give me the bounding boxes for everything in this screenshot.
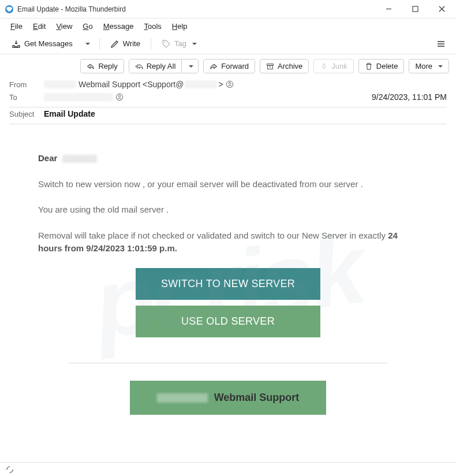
use-old-server-button[interactable]: USE OLD SERVER: [136, 306, 320, 337]
from-label: From: [9, 80, 44, 89]
thunderbird-icon: [5, 5, 14, 14]
close-button[interactable]: [428, 0, 455, 18]
body-divider: [69, 363, 388, 363]
menu-view[interactable]: View: [51, 21, 77, 32]
menu-edit[interactable]: Edit: [28, 21, 50, 32]
support-text: Webmail Support: [214, 392, 300, 403]
header-to-row: To 9/24/2023, 11:01 PM: [9, 91, 447, 103]
archive-label: Archive: [278, 62, 302, 70]
flame-icon: [320, 62, 328, 70]
support-signature: Webmail Support: [130, 381, 326, 415]
junk-label: Junk: [331, 62, 347, 70]
forward-icon: [210, 62, 218, 70]
header-separator: [9, 124, 447, 124]
toolbar-separator: [99, 38, 100, 50]
from-value[interactable]: Webmail Support <Support@: [79, 80, 184, 89]
write-button[interactable]: Write: [106, 37, 145, 51]
pencil-icon: [110, 39, 119, 49]
status-bar: [0, 462, 456, 476]
write-label: Write: [123, 39, 140, 48]
contact-icon[interactable]: [115, 93, 124, 101]
get-messages-button[interactable]: Get Messages: [7, 37, 77, 51]
greeting-line: Dear: [38, 152, 418, 165]
window-title: Email Update - Mozilla Thunderbird: [17, 5, 126, 13]
contact-icon[interactable]: [226, 80, 234, 88]
reply-label: Reply: [98, 62, 117, 70]
toolbar-separator: [151, 38, 151, 50]
from-redacted-domain: [185, 80, 217, 88]
body-paragraph-3: Removal will take place if not checked o…: [38, 229, 418, 255]
minimize-button[interactable]: [375, 0, 402, 18]
body-paragraph-1: Switch to new version now , or your emai…: [38, 178, 418, 191]
maximize-button[interactable]: [402, 0, 428, 18]
switch-new-server-button[interactable]: SWITCH TO NEW SERVER: [136, 268, 320, 300]
subject-value: Email Update: [44, 109, 95, 118]
reply-all-split: Reply All: [129, 59, 199, 73]
more-button[interactable]: More: [409, 59, 449, 73]
reply-all-button[interactable]: Reply All: [129, 60, 182, 73]
menu-tools[interactable]: Tools: [139, 21, 166, 32]
tag-button[interactable]: Tag: [157, 37, 201, 51]
menu-help[interactable]: Help: [167, 21, 192, 32]
svg-point-2: [164, 42, 165, 43]
svg-rect-1: [413, 6, 418, 12]
get-messages-label: Get Messages: [24, 39, 73, 48]
subject-label: Subject: [9, 110, 44, 118]
menu-bar: File Edit View Go Message Tools Help: [0, 18, 456, 34]
reply-all-dropdown[interactable]: [181, 60, 198, 73]
more-label: More: [415, 62, 432, 70]
greeting-prefix: Dear: [38, 153, 57, 163]
junk-button[interactable]: Junk: [313, 59, 353, 73]
reply-all-label: Reply All: [147, 62, 176, 70]
hamburger-icon: [436, 39, 446, 49]
message-body-pane[interactable]: pcrisk Dear Switch to new version now , …: [0, 129, 456, 445]
forward-button[interactable]: Forward: [203, 59, 255, 73]
header-from-row: From Webmail Support <Support@ >: [9, 78, 447, 91]
reply-button[interactable]: Reply: [80, 59, 124, 73]
delete-label: Delete: [376, 62, 398, 70]
delete-button[interactable]: Delete: [358, 59, 405, 73]
reply-all-icon: [135, 62, 143, 70]
archive-button[interactable]: Archive: [260, 59, 309, 73]
message-content: pcrisk Dear Switch to new version now , …: [22, 136, 434, 438]
body-paragraph-2: You are using the old mail server .: [38, 203, 418, 217]
header-subject-row: Subject Email Update: [9, 107, 447, 120]
to-redacted: [44, 93, 113, 101]
get-messages-dropdown[interactable]: [80, 39, 94, 49]
svg-point-6: [229, 83, 231, 85]
body-p3-text: Removal will take place if not checked o…: [38, 230, 388, 240]
archive-icon: [266, 62, 274, 70]
activity-indicator-icon: [6, 466, 14, 474]
to-label: To: [9, 93, 44, 102]
app-menu-button[interactable]: [433, 36, 449, 52]
greeting-redacted-name: [62, 155, 97, 163]
menu-file[interactable]: File: [6, 21, 27, 32]
menu-go[interactable]: Go: [78, 21, 97, 32]
reply-icon: [87, 62, 95, 70]
trash-icon: [365, 62, 373, 70]
inbox-download-icon: [12, 39, 21, 49]
support-redacted: [157, 393, 208, 403]
from-tail: >: [218, 80, 223, 89]
tag-label: Tag: [174, 39, 186, 48]
menu-message[interactable]: Message: [99, 21, 139, 32]
forward-label: Forward: [221, 62, 249, 70]
svg-point-8: [118, 95, 121, 98]
message-headers: From Webmail Support <Support@ > To 9/24…: [0, 77, 456, 129]
window-titlebar: Email Update - Mozilla Thunderbird: [0, 0, 456, 18]
tag-icon: [162, 39, 171, 49]
from-redacted-name: [44, 80, 76, 88]
header-date: 9/24/2023, 11:01 PM: [372, 92, 447, 102]
main-toolbar: Get Messages Write Tag: [0, 34, 456, 54]
message-action-bar: Reply Reply All Forward Archive Junk Del…: [0, 54, 456, 77]
